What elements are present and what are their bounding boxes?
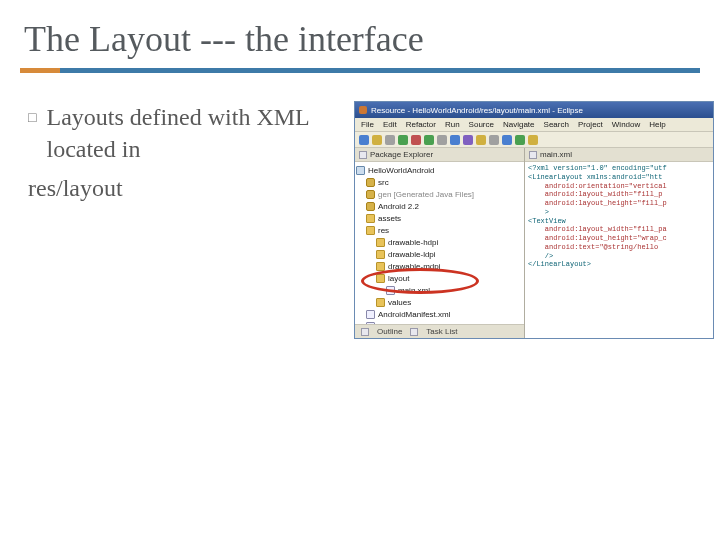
toolbar-icon[interactable] (489, 135, 499, 145)
bullet-item: □ Layouts defined with XML located in (28, 101, 348, 166)
tree-label: res (378, 226, 389, 235)
bullet-glyph: □ (28, 109, 36, 128)
tree-label: assets (378, 214, 401, 223)
code-editor[interactable]: <?xml version="1.0" encoding="utf <Linea… (525, 162, 713, 338)
bottom-tabs[interactable]: Outline Task List (355, 324, 524, 338)
tree-values[interactable]: values (356, 296, 522, 308)
toolbar-icon[interactable] (385, 135, 395, 145)
toolbar-icon[interactable] (528, 135, 538, 145)
menu-help[interactable]: Help (649, 120, 665, 129)
xml-file-icon (386, 286, 395, 295)
tree-gen[interactable]: gen [Generated Java Files] (356, 188, 522, 200)
window-title: Resource - HelloWorldAndroid/res/layout/… (371, 106, 583, 115)
tree-label: gen [Generated Java Files] (378, 190, 474, 199)
tree-label: default.properties (378, 322, 440, 325)
tree-label: drawable-hdpi (388, 238, 438, 247)
menu-source[interactable]: Source (469, 120, 494, 129)
tab-outline[interactable]: Outline (377, 327, 402, 336)
menu-project[interactable]: Project (578, 120, 603, 129)
tree-project[interactable]: HelloWorldAndroid (356, 164, 522, 176)
tree-android[interactable]: Android 2.2 (356, 200, 522, 212)
folder-icon (366, 226, 375, 235)
package-explorer-icon (359, 151, 367, 159)
editor-pane: main.xml <?xml version="1.0" encoding="u… (525, 148, 713, 338)
ide-titlebar: Resource - HelloWorldAndroid/res/layout/… (355, 102, 713, 118)
project-icon (356, 166, 365, 175)
tree-label: drawable-mdpi (388, 262, 440, 271)
toolbar-icon[interactable] (411, 135, 421, 145)
tree-label: src (378, 178, 389, 187)
eclipse-ide-window: Resource - HelloWorldAndroid/res/layout/… (354, 101, 714, 339)
tree-defprops[interactable]: default.properties (356, 320, 522, 324)
tree-label: AndroidManifest.xml (378, 310, 450, 319)
toolbar-icon[interactable] (437, 135, 447, 145)
toolbar-icon[interactable] (476, 135, 486, 145)
slide-title: The Layout --- the interface (0, 0, 720, 68)
tree-label: values (388, 298, 411, 307)
menu-window[interactable]: Window (612, 120, 640, 129)
code-line: <?xml version="1.0" encoding="utf (528, 164, 667, 172)
tab-tasklist[interactable]: Task List (426, 327, 457, 336)
toolbar-icon[interactable] (359, 135, 369, 145)
folder-icon (376, 274, 385, 283)
code-line: </LinearLayout> (528, 260, 591, 268)
code-line: android:orientation="vertical (528, 182, 667, 190)
ide-toolbar[interactable] (355, 132, 713, 148)
tree-res[interactable]: res (356, 224, 522, 236)
code-line: android:layout_height="fill_p (528, 199, 667, 207)
xml-file-icon (366, 310, 375, 319)
tree-label: layout (388, 274, 409, 283)
menu-edit[interactable]: Edit (383, 120, 397, 129)
tree-manifest[interactable]: AndroidManifest.xml (356, 308, 522, 320)
code-line: android:layout_width="fill_p (528, 190, 662, 198)
editor-tab[interactable]: main.xml (525, 148, 713, 162)
package-icon (366, 190, 375, 199)
menu-search[interactable]: Search (544, 120, 569, 129)
package-explorer-pane: Package Explorer HelloWorldAndroid src g… (355, 148, 525, 338)
toolbar-icon[interactable] (515, 135, 525, 145)
title-rule (20, 68, 700, 73)
tree-assets[interactable]: assets (356, 212, 522, 224)
toolbar-icon[interactable] (502, 135, 512, 145)
tree-label: drawable-ldpi (388, 250, 436, 259)
menu-run[interactable]: Run (445, 120, 460, 129)
menu-navigate[interactable]: Navigate (503, 120, 535, 129)
tree-main-xml[interactable]: main.xml (356, 284, 522, 296)
content-area: □ Layouts defined with XML located in re… (0, 73, 720, 339)
tree-src[interactable]: src (356, 176, 522, 188)
tree-drawable-mdpi[interactable]: drawable-mdpi (356, 260, 522, 272)
toolbar-icon[interactable] (424, 135, 434, 145)
right-column: Resource - HelloWorldAndroid/res/layout/… (354, 101, 714, 339)
code-line: <LinearLayout xmlns:android="htt (528, 173, 662, 181)
folder-icon (376, 238, 385, 247)
package-icon (366, 178, 375, 187)
package-explorer-tab[interactable]: Package Explorer (355, 148, 524, 162)
tree-drawable-hdpi[interactable]: drawable-hdpi (356, 236, 522, 248)
project-tree[interactable]: HelloWorldAndroid src gen [Generated Jav… (355, 162, 524, 324)
menu-file[interactable]: File (361, 120, 374, 129)
menu-refactor[interactable]: Refactor (406, 120, 436, 129)
tree-label: main.xml (398, 286, 430, 295)
ide-menubar[interactable]: File Edit Refactor Run Source Navigate S… (355, 118, 713, 132)
ide-body: Package Explorer HelloWorldAndroid src g… (355, 148, 713, 338)
folder-icon (376, 298, 385, 307)
toolbar-icon[interactable] (463, 135, 473, 145)
code-line: /> (528, 252, 553, 260)
library-icon (366, 202, 375, 211)
bullet-text-line2: res/layout (28, 172, 348, 204)
toolbar-icon[interactable] (372, 135, 382, 145)
app-icon (359, 106, 367, 114)
code-line: > (528, 208, 549, 216)
code-line: <TextView (528, 217, 566, 225)
code-line: android:text="@string/hello (528, 243, 658, 251)
left-column: □ Layouts defined with XML located in re… (28, 101, 348, 339)
tree-drawable-ldpi[interactable]: drawable-ldpi (356, 248, 522, 260)
bullet-text-line1: Layouts defined with XML located in (46, 101, 348, 166)
tasklist-icon (410, 328, 418, 336)
folder-icon (366, 214, 375, 223)
tree-layout[interactable]: layout (356, 272, 522, 284)
folder-icon (376, 250, 385, 259)
toolbar-icon[interactable] (450, 135, 460, 145)
code-line: android:layout_width="fill_pa (528, 225, 667, 233)
toolbar-run-icon[interactable] (398, 135, 408, 145)
